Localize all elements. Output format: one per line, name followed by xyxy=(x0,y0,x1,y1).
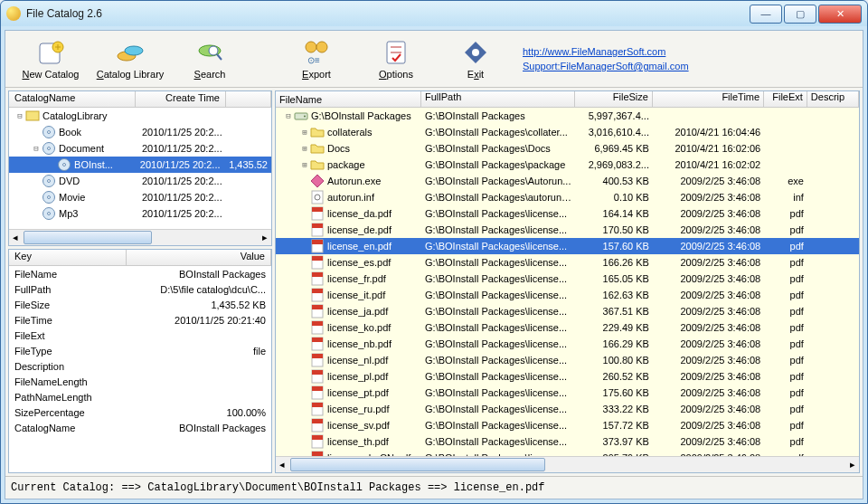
file-path: G:\BOInstall Packages\license... xyxy=(421,257,575,268)
grid-header-name[interactable]: FileName xyxy=(276,91,421,107)
file-time: 2009/2/25 3:46:08 xyxy=(653,436,764,447)
tree-header-extra[interactable] xyxy=(226,91,271,107)
property-row[interactable]: FullPathD:\5\file catalog\dcu\C... xyxy=(9,281,271,297)
property-row[interactable]: FileTime2010/11/25 20:21:40 xyxy=(9,312,271,328)
file-ext: pdf xyxy=(764,290,807,300)
tree-row[interactable]: Book2010/11/25 20:2... xyxy=(9,124,271,140)
expander-icon[interactable]: ⊞ xyxy=(299,160,310,169)
property-row[interactable]: Description xyxy=(9,358,271,374)
grid-header[interactable]: FileName FullPath FileSize FileTime File… xyxy=(276,91,859,108)
pdf-icon xyxy=(310,451,325,456)
property-row[interactable]: CatalogNameBOInstall Packages xyxy=(9,420,271,435)
new-catalog-button[interactable]: New Catalog xyxy=(11,38,90,80)
expander-icon[interactable]: ⊟ xyxy=(31,144,42,153)
svg-point-3 xyxy=(125,46,143,55)
tree-row[interactable]: ⊟Document2010/11/25 20:2... xyxy=(9,140,271,157)
file-row[interactable]: license_pt.pdfG:\BOInstall Packages\lice… xyxy=(276,385,859,401)
file-name: license_pt.pdf xyxy=(327,387,389,398)
minimize-button[interactable]: — xyxy=(750,5,782,24)
file-size: 229.49 KB xyxy=(576,322,653,333)
exit-button[interactable]: Exit xyxy=(436,38,515,80)
tree-header-name[interactable]: CatalogName xyxy=(9,91,136,107)
svg-point-7 xyxy=(306,42,316,52)
file-row[interactable]: ⊟G:\BOInstall PackagesG:\BOInstall Packa… xyxy=(276,108,859,124)
grid-body[interactable]: ⊟G:\BOInstall PackagesG:\BOInstall Packa… xyxy=(276,108,859,456)
grid-header-time[interactable]: FileTime xyxy=(653,91,764,107)
file-row[interactable]: license_es.pdfG:\BOInstall Packages\lice… xyxy=(276,254,859,271)
file-row[interactable]: Autorun.exeG:\BOInstall Packages\Autorun… xyxy=(276,173,859,189)
property-row[interactable]: PathNameLength xyxy=(9,389,271,404)
svg-point-27 xyxy=(304,116,306,118)
property-row[interactable]: FileSize1,435.52 KB xyxy=(9,297,271,312)
file-row[interactable]: license_de.pdfG:\BOInstall Packages\lice… xyxy=(276,222,859,238)
file-size: 175.60 KB xyxy=(576,387,653,398)
search-button[interactable]: Search xyxy=(170,38,250,80)
file-row[interactable]: ⊞DocsG:\BOInstall Packages\Docs6,969.45 … xyxy=(276,140,859,157)
tree-body[interactable]: ⊟CatalogLibraryBook2010/11/25 20:2...⊟Do… xyxy=(9,108,271,229)
file-path: G:\BOInstall Packages\license... xyxy=(421,387,575,398)
tree-row[interactable]: DVD2010/11/25 20:2... xyxy=(9,173,271,189)
expander-icon[interactable]: ⊟ xyxy=(14,111,25,120)
property-row[interactable]: FileNameBOInstall Packages xyxy=(9,266,271,281)
tree-row[interactable]: ⊟CatalogLibrary xyxy=(9,108,271,124)
expander-icon[interactable]: ⊞ xyxy=(299,144,310,153)
tree-row[interactable]: Movie2010/11/25 20:2... xyxy=(9,189,271,205)
props-body[interactable]: FileNameBOInstall PackagesFullPathD:\5\f… xyxy=(9,266,271,472)
grid-header-desc[interactable]: Descrip xyxy=(807,91,859,107)
file-row[interactable]: license_pl.pdfG:\BOInstall Packages\lice… xyxy=(276,368,859,385)
file-row[interactable]: license_ja.pdfG:\BOInstall Packages\lice… xyxy=(276,303,859,319)
support-link[interactable]: Support:FileManagerSoft@gmail.com xyxy=(523,61,689,71)
file-time: 2009/2/25 3:46:08 xyxy=(653,322,764,333)
tree-hscroll[interactable]: ◂▸ xyxy=(9,229,271,245)
grid-header-size[interactable]: FileSize xyxy=(575,91,652,107)
property-row[interactable]: FileExt xyxy=(9,328,271,343)
catalog-library-button[interactable]: Catalog Library xyxy=(90,38,170,80)
expander-icon[interactable]: ⊞ xyxy=(299,128,310,137)
file-row[interactable]: license_nb.pdfG:\BOInstall Packages\lice… xyxy=(276,336,859,352)
property-row[interactable]: SizePercentage100.00% xyxy=(9,404,271,420)
file-row[interactable]: license_ko.pdfG:\BOInstall Packages\lice… xyxy=(276,319,859,336)
titlebar[interactable]: File Catalog 2.6 — ▢ ✕ xyxy=(1,1,867,26)
prop-key: Description xyxy=(9,361,127,372)
options-button[interactable]: Options xyxy=(356,38,436,80)
close-button[interactable]: ✕ xyxy=(818,5,862,24)
props-header-key[interactable]: Key xyxy=(9,250,127,265)
exit-icon xyxy=(461,38,490,67)
file-row[interactable]: ⊞packageG:\BOInstall Packages\package2,9… xyxy=(276,157,859,173)
grid-header-path[interactable]: FullPath xyxy=(421,91,575,107)
website-link[interactable]: http://www.FileManagerSoft.com xyxy=(523,46,689,57)
file-row[interactable]: ⊞collateralsG:\BOInstall Packages\collat… xyxy=(276,124,859,140)
file-ext: pdf xyxy=(764,208,807,219)
tree-time: 2010/11/25 20:2... xyxy=(140,159,229,170)
file-row[interactable]: license_en.pdfG:\BOInstall Packages\lice… xyxy=(276,238,859,254)
file-row[interactable]: autorun.infG:\BOInstall Packages\autorun… xyxy=(276,189,859,205)
file-path: G:\BOInstall Packages\Docs xyxy=(421,143,575,154)
file-row[interactable]: license_zh_CN.pdfG:\BOInstall Packages\l… xyxy=(276,450,859,456)
file-row[interactable]: license_it.pdfG:\BOInstall Packages\lice… xyxy=(276,287,859,303)
maximize-button[interactable]: ▢ xyxy=(784,5,816,24)
file-name: Autorun.exe xyxy=(327,176,381,186)
property-row[interactable]: FileTypefile xyxy=(9,343,271,358)
tree-name: CatalogLibrary xyxy=(42,110,142,121)
grid-hscroll[interactable]: ◂▸ xyxy=(276,456,859,472)
tree-header-time[interactable]: Create Time xyxy=(136,91,226,107)
tree-row[interactable]: Mp32010/11/25 20:2... xyxy=(9,205,271,222)
tree-time: 2010/11/25 20:2... xyxy=(142,143,232,154)
file-size: 164.14 KB xyxy=(576,208,653,219)
file-ext: inf xyxy=(764,192,807,203)
tree-header[interactable]: CatalogName Create Time xyxy=(9,91,271,108)
file-row[interactable]: license_th.pdfG:\BOInstall Packages\lice… xyxy=(276,433,859,450)
file-row[interactable]: license_da.pdfG:\BOInstall Packages\lice… xyxy=(276,205,859,222)
grid-header-ext[interactable]: FileExt xyxy=(764,91,807,107)
props-header-value[interactable]: Value xyxy=(127,250,271,265)
file-path: G:\BOInstall Packages\collater... xyxy=(421,127,575,138)
export-button[interactable]: ⊙≡ Export xyxy=(277,38,356,80)
file-row[interactable]: license_nl.pdfG:\BOInstall Packages\lice… xyxy=(276,352,859,368)
property-row[interactable]: FileNameLength xyxy=(9,374,271,389)
tree-row[interactable]: BOInst...2010/11/25 20:2...1,435.52 xyxy=(9,157,271,173)
expander-icon[interactable]: ⊟ xyxy=(283,111,294,120)
file-row[interactable]: license_ru.pdfG:\BOInstall Packages\lice… xyxy=(276,401,859,417)
file-row[interactable]: license_sv.pdfG:\BOInstall Packages\lice… xyxy=(276,417,859,433)
file-row[interactable]: license_fr.pdfG:\BOInstall Packages\lice… xyxy=(276,271,859,287)
props-header[interactable]: Key Value xyxy=(9,250,271,266)
